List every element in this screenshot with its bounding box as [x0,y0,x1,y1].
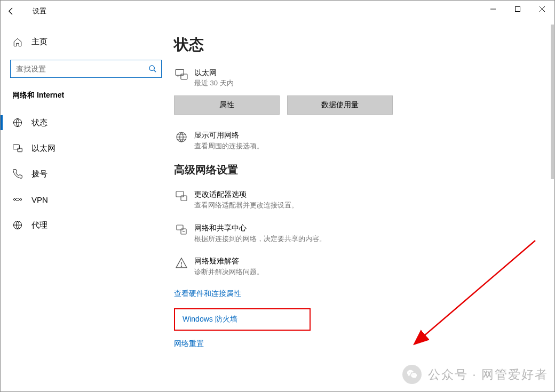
dialup-icon [12,169,23,179]
svg-line-5 [154,70,156,72]
windows-firewall-link[interactable]: Windows 防火墙 [183,315,302,324]
svg-rect-18 [177,225,183,230]
adapter-options[interactable]: 更改适配器选项 查看网络适配器并更改连接设置。 [174,189,538,211]
adapter-icon [174,189,189,204]
search-container [10,60,162,78]
sharing-icon [174,222,189,237]
home-button[interactable]: 主页 [1,33,171,51]
sidebar-item-label: 拨号 [31,169,47,179]
status-icon [12,117,23,128]
home-label: 主页 [31,37,47,47]
body: 主页 网络和 Internet 状态 [1,22,554,391]
svg-point-9 [14,198,15,200]
minimize-button[interactable] [481,1,505,18]
close-button[interactable] [530,1,554,18]
properties-button[interactable]: 属性 [174,95,280,115]
sidebar-item-proxy[interactable]: 代理 [1,212,171,238]
advanced-settings-heading: 高级网络设置 [174,163,538,177]
sidebar-category: 网络和 Internet [1,91,171,100]
sidebar: 主页 网络和 Internet 状态 [1,22,171,391]
network-reset-link[interactable]: 网络重置 [174,339,538,349]
content-area: 状态 以太网 最近 30 天内 属性 数据使用量 显示可用网络 [171,22,554,391]
adapter-options-subtitle: 查看网络适配器并更改连接设置。 [194,200,298,211]
data-usage-button[interactable]: 数据使用量 [287,95,393,115]
troubleshoot-subtitle: 诊断并解决网络问题。 [194,267,264,277]
svg-point-4 [149,66,154,70]
sidebar-item-ethernet[interactable]: 以太网 [1,135,171,161]
page-title: 状态 [174,35,538,55]
home-icon [12,37,23,47]
sharing-center-subtitle: 根据所连接到的网络，决定要共享的内容。 [194,234,326,244]
titlebar: 设置 [1,1,554,22]
search-box[interactable] [10,60,162,78]
svg-rect-8 [18,148,22,152]
firewall-highlight: Windows 防火墙 [174,308,311,331]
network-troubleshooter[interactable]: 网络疑难解答 诊断并解决网络问题。 [174,255,538,277]
ethernet-title: 以太网 [194,68,234,78]
sidebar-item-label: 代理 [31,220,47,230]
sharing-center[interactable]: 网络和共享中心 根据所连接到的网络，决定要共享的内容。 [174,222,538,244]
back-button[interactable] [1,1,22,22]
ethernet-subtitle: 最近 30 天内 [194,78,234,88]
svg-rect-1 [516,7,520,12]
proxy-icon [12,220,23,230]
ethernet-status: 以太网 最近 30 天内 [174,68,538,88]
sidebar-item-vpn[interactable]: VPN [1,187,171,212]
hardware-properties-link[interactable]: 查看硬件和连接属性 [174,289,538,299]
svg-point-10 [20,198,21,200]
sharing-center-title: 网络和共享中心 [194,222,326,234]
wechat-icon [402,365,422,384]
watermark: 公众号 · 网管爱好者 [402,365,548,384]
available-networks-subtitle: 查看周围的连接选项。 [194,141,264,151]
search-input[interactable] [15,64,148,74]
search-icon [148,65,157,73]
warning-icon [174,255,189,270]
show-available-networks[interactable]: 显示可用网络 查看周围的连接选项。 [174,130,538,151]
ethernet-icon [12,143,23,154]
window-controls [481,1,554,18]
svg-point-22 [181,266,181,267]
watermark-text: 公众号 · 网管爱好者 [428,366,548,383]
sidebar-item-dialup[interactable]: 拨号 [1,161,171,187]
vpn-icon [12,194,23,205]
adapter-options-title: 更改适配器选项 [194,189,298,200]
available-networks-title: 显示可用网络 [194,130,264,141]
button-row: 属性 数据使用量 [174,95,538,115]
sidebar-item-label: 以太网 [31,143,56,154]
maximize-button[interactable] [505,1,530,18]
ethernet-status-icon [174,68,189,82]
settings-window: 设置 主页 网络和 Internet [0,0,555,392]
window-title: 设置 [22,6,46,16]
globe-icon [174,130,189,145]
scrollbar[interactable] [551,25,554,389]
sidebar-item-label: VPN [31,195,48,204]
troubleshoot-title: 网络疑难解答 [194,255,264,267]
sidebar-item-label: 状态 [31,118,47,128]
sidebar-item-status[interactable]: 状态 [1,110,171,135]
